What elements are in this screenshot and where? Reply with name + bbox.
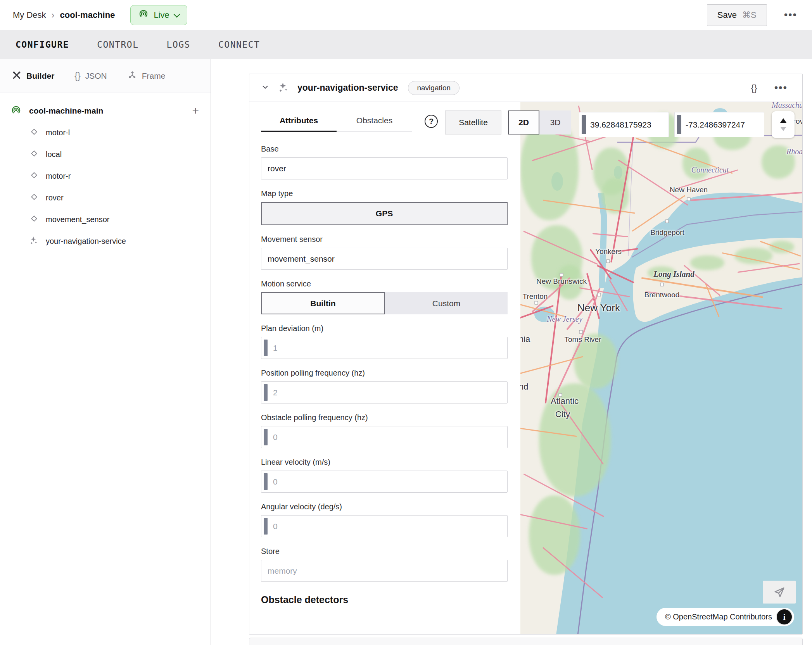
tree-item-label: movement_sensor [46,215,110,224]
diamond-icon [29,192,39,203]
view-label: Frame [142,71,166,81]
resource-title: your-navigation-service [297,83,398,93]
map-marker [579,330,583,334]
main-tab-bar: CONFIGURECONTROLLOGSCONNECT [0,30,812,59]
map-label-massachu: Massachu [772,102,802,110]
map-marker [598,293,601,297]
drag-handle[interactable] [582,115,586,134]
tab-connect[interactable]: CONNECT [218,40,260,50]
view-builder[interactable]: Builder [12,70,54,82]
breadcrumb-current: cool-machine [60,10,115,20]
navigation-service-icon [278,81,290,95]
drag-handle[interactable] [264,429,268,445]
card-tab-bar: AttributesObstacles [261,116,412,132]
plan-deviation-input[interactable]: 1 [261,337,508,359]
motion-service-option-builtin[interactable]: Builtin [261,292,385,314]
angular-velocity-input[interactable]: 0 [261,515,508,537]
map-attribution: © OpenStreetMap Contributors i [657,608,794,626]
tree-item-label: motor-l [46,128,70,137]
tree-item-machine-part[interactable]: cool-machine-main + [0,100,211,122]
satellite-toggle-button[interactable]: Satellite [445,110,501,135]
resource-tree: cool-machine-main + motor-llocalmotor-rr… [0,100,211,252]
tree-item-rover[interactable]: rover [0,187,211,209]
chevron-down-icon [173,11,180,17]
tab-configure[interactable]: CONFIGURE [16,40,69,50]
map-label-toms-river: Toms River [564,335,601,344]
field-map-type: Map typeGPS [261,189,508,225]
tab-obstacles[interactable]: Obstacles [337,116,412,132]
breadcrumb-root[interactable]: My Desk [13,10,46,20]
drag-handle[interactable] [264,384,268,401]
diamond-icon [29,127,39,138]
breadcrumb-separator-icon: › [52,10,55,21]
plan-deviation-label: Plan deviation (m) [261,324,508,333]
map-label-rhode: Rhode [786,147,802,156]
base-input[interactable]: rover [261,157,508,179]
attributes-form: AttributesObstacles BaseroverMap typeGPS… [249,102,520,634]
info-icon[interactable]: i [776,609,793,625]
drag-handle[interactable] [264,473,268,490]
latitude-input[interactable]: 39.62848175923 [579,112,669,137]
field-movement-sensor: Movement sensormovement_sensor [261,235,508,270]
next-card-peek[interactable] [249,638,803,645]
map-3d-button[interactable]: 3D [539,110,571,135]
step-up-icon[interactable] [780,118,787,123]
obstacle-polling-frequency-input[interactable]: 0 [261,426,508,448]
motion-service-segmented: BuiltinCustom [261,292,508,314]
save-button[interactable]: Save ⌘S [707,4,767,26]
live-status-dropdown[interactable]: Live [130,5,187,25]
navigation-service-card: your-navigation-service navigation {} ••… [249,74,803,635]
config-view-switcher: Builder{}JSONFrame [0,59,211,93]
add-resource-icon[interactable]: + [192,105,199,117]
map-marker [660,283,664,286]
map-type-button[interactable]: GPS [261,202,508,225]
tab-control[interactable]: CONTROL [97,40,138,50]
field-plan-deviation: Plan deviation (m)1 [261,324,508,359]
help-icon[interactable]: ? [425,115,438,128]
card-header: your-navigation-service navigation {} ••… [249,74,802,102]
navigation-map[interactable]: MassachuProvidenceRhodeConnecticutNew Ha… [520,102,802,634]
tree-item-motor-l[interactable]: motor-l [0,122,211,143]
tab-logs[interactable]: LOGS [167,40,190,50]
linear-velocity-input[interactable]: 0 [261,471,508,493]
map-label-new-jersey: New Jersey [547,315,582,324]
top-header: My Desk › cool-machine Live Save ⌘S ••• [0,0,812,30]
movement-sensor-input[interactable]: movement_sensor [261,248,508,270]
card-menu-icon[interactable]: ••• [774,82,788,94]
view-frame[interactable]: Frame [127,70,166,82]
map-marker [606,260,610,263]
longitude-input[interactable]: -73.2486397247 [674,112,764,137]
collapse-chevron-icon[interactable] [261,83,270,93]
tree-item-local[interactable]: local [0,143,211,165]
step-down-icon[interactable] [780,127,786,131]
more-menu-icon[interactable]: ••• [784,9,797,21]
map-marker [560,273,563,277]
drag-handle[interactable] [264,340,268,356]
tab-attributes[interactable]: Attributes [261,116,337,132]
store-input[interactable]: memory [261,560,508,582]
map-park-area [769,241,794,253]
drag-handle[interactable] [264,518,268,535]
locate-button[interactable] [763,581,796,604]
content-divider [229,59,229,645]
map-label-nd: nd [520,382,528,392]
movement-sensor-label: Movement sensor [261,235,508,244]
zoom-stepper[interactable] [772,111,795,138]
view-label: Builder [26,71,54,81]
map-marker [665,220,669,223]
motion-service-option-custom[interactable]: Custom [385,292,508,314]
map-marker [535,301,538,305]
map-2d-button[interactable]: 2D [508,110,539,135]
position-polling-frequency-input[interactable]: 2 [261,381,508,404]
attribution-text[interactable]: © OpenStreetMap Contributors [665,612,772,621]
drag-handle[interactable] [677,115,681,134]
tree-item-your-navigation-service[interactable]: your-navigation-service [0,230,211,252]
field-base: Baserover [261,145,508,179]
field-store: Storememory [261,547,508,582]
json-braces-icon[interactable]: {} [751,83,757,93]
tree-item-movement_sensor[interactable]: movement_sensor [0,209,211,230]
broadcast-icon [138,9,149,21]
map-label-trenton: Trenton [523,292,548,301]
tree-item-motor-r[interactable]: motor-r [0,165,211,187]
view-json[interactable]: {}JSON [74,71,107,81]
